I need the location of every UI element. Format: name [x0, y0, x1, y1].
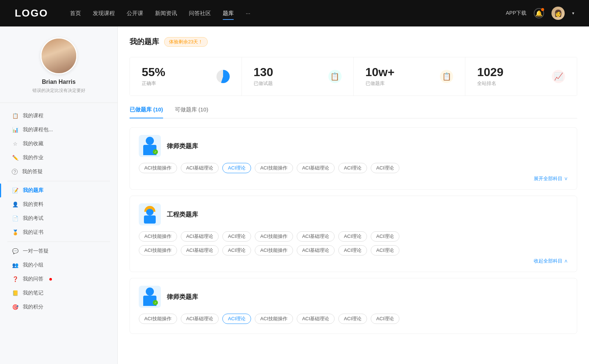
eng-tag-5[interactable]: ACI理论 — [338, 231, 367, 242]
tag-3[interactable]: ACI技能操作 — [255, 163, 293, 173]
sidebar-item-certificate[interactable]: 🏅 我的证书 — [0, 225, 117, 239]
stat-banks-done: 10w+ 已做题库 📋 — [354, 57, 466, 96]
tag-4[interactable]: ACI基础理论 — [297, 163, 335, 173]
sidebar-item-exam[interactable]: 📄 我的考试 — [0, 211, 117, 225]
chart-icon: 📊 — [12, 126, 18, 133]
bank-card-lawyer-2: ✓ 律师类题库 ACI技能操作 ACI基础理论 ACI理论 ACI技能操作 AC… — [130, 278, 577, 334]
eng-tag2-0[interactable]: ACI技能操作 — [139, 245, 177, 256]
eng-tag-6[interactable]: ACI理论 — [371, 231, 399, 242]
stat-accuracy-value: 55% — [142, 66, 212, 78]
bank-card-engineer-header: 工程类题库 — [139, 203, 568, 225]
bank-card-lawyer-1-header: ✓ 律师类题库 — [139, 135, 568, 157]
app-download-link[interactable]: APP下载 — [506, 10, 526, 17]
eng-tag2-4[interactable]: ACI基础理论 — [297, 245, 335, 256]
book-icon: 📋 — [12, 113, 18, 119]
sidebar-item-question-bank[interactable]: 📝 我的题库 — [0, 183, 117, 197]
eng-tag2-1[interactable]: ACI基础理论 — [181, 245, 219, 256]
group-icon: 👥 — [12, 262, 18, 268]
tab-done-banks[interactable]: 已做题库 (10) — [130, 106, 163, 118]
lawyer-badge: ✓ — [153, 149, 158, 154]
tag-6[interactable]: ACI理论 — [371, 163, 399, 173]
l2-tag-3[interactable]: ACI技能操作 — [255, 314, 293, 324]
page-header: 我的题库 体验剩余23天！ — [130, 37, 577, 47]
top-navigation: LOGO 首页 发现课程 公开课 新闻资讯 问答社区 题库 ··· APP下载 … — [0, 0, 589, 26]
tag-1[interactable]: ACI基础理论 — [181, 163, 219, 173]
sidebar-item-points[interactable]: 🎯 我的积分 — [0, 300, 117, 314]
profile-avatar[interactable] — [40, 38, 77, 74]
l2-tag-5[interactable]: ACI理论 — [338, 314, 367, 324]
bank-card-lawyer-2-header: ✓ 律师类题库 — [139, 286, 568, 308]
sidebar-item-my-course[interactable]: 📋 我的课程 — [0, 109, 117, 123]
sidebar-item-favorites[interactable]: ☆ 我的收藏 — [0, 137, 117, 151]
logo: LOGO — [15, 7, 48, 19]
tag-2-active[interactable]: ACI理论 — [222, 163, 251, 173]
stat-questions-done: 130 已做试题 📋 — [242, 57, 354, 96]
eng-tag2-6[interactable]: ACI理论 — [371, 245, 399, 256]
notes-icon-symbol: 📋 — [330, 72, 339, 81]
unread-dot — [49, 278, 52, 281]
ranking-icon: 📈 — [552, 70, 565, 83]
sidebar-item-profile[interactable]: 👤 我的资料 — [0, 197, 117, 211]
bank-card-engineer: 工程类题库 ACI技能操作 ACI基础理论 ACI理论 ACI技能操作 ACI基… — [130, 196, 577, 272]
sidebar-item-questions[interactable]: ❓ 我的问答 — [0, 272, 117, 286]
user-avatar-nav[interactable]: 👩 — [551, 7, 565, 20]
notification-dot — [541, 8, 544, 11]
stat-ranking-value: 1029 — [477, 66, 547, 78]
sidebar-item-my-qa[interactable]: ? 我的答疑 — [0, 165, 117, 179]
nav-open-course[interactable]: 公开课 — [127, 8, 143, 18]
notification-bell[interactable]: 🔔 — [534, 8, 544, 18]
sidebar-item-notes[interactable]: 📒 我的笔记 — [0, 286, 117, 300]
l2-tag-1[interactable]: ACI基础理论 — [181, 314, 219, 324]
nav-qa[interactable]: 问答社区 — [189, 8, 211, 18]
eng-tag-4[interactable]: ACI基础理论 — [297, 231, 335, 242]
stat-ranking-text: 1029 全站排名 — [477, 66, 547, 87]
person-icon: 👤 — [12, 201, 18, 208]
eng-tag-0[interactable]: ACI技能操作 — [139, 231, 177, 242]
bank-tags-engineer-row1: ACI技能操作 ACI基础理论 ACI理论 ACI技能操作 ACI基础理论 AC… — [139, 231, 568, 242]
chat-icon: 💬 — [12, 248, 18, 254]
expand-link-1[interactable]: 展开全部科目 ∨ — [139, 175, 568, 182]
sidebar-item-group[interactable]: 👥 我的小组 — [0, 258, 117, 272]
sidebar-item-homework[interactable]: ✏️ 我的作业 — [0, 151, 117, 165]
collapse-link-engineer[interactable]: 收起全部科目 ∧ — [139, 258, 568, 264]
nav-home[interactable]: 首页 — [70, 8, 81, 18]
eng-tag2-2[interactable]: ACI理论 — [222, 245, 251, 256]
nav-question-bank[interactable]: 题库 — [223, 8, 234, 18]
avatar-image — [42, 39, 76, 73]
page-title: 我的题库 — [130, 37, 159, 47]
stat-questions-done-value: 130 — [254, 66, 324, 78]
questions-done-icon: 📋 — [328, 70, 342, 83]
eng-tag-1[interactable]: ACI基础理论 — [181, 231, 219, 242]
bank-stats-icon-symbol: 📋 — [442, 72, 451, 81]
bank-icon: 📝 — [12, 187, 18, 194]
sidebar-profile: Brian Harris 错误的决定比没有决定要好 — [0, 38, 117, 103]
eng-tag-2[interactable]: ACI理论 — [222, 231, 251, 242]
l2-tag-6[interactable]: ACI理论 — [371, 314, 399, 324]
eng-tag2-5[interactable]: ACI理论 — [338, 245, 367, 256]
l2-tag-0[interactable]: ACI技能操作 — [139, 314, 177, 324]
tag-0[interactable]: ACI技能操作 — [139, 163, 177, 173]
nav-news[interactable]: 新闻资讯 — [155, 8, 177, 18]
sidebar: Brian Harris 错误的决定比没有决定要好 📋 我的课程 📊 我的课程包… — [0, 26, 118, 364]
nav-more[interactable]: ··· — [246, 8, 250, 18]
l2-tag-2-active[interactable]: ACI理论 — [222, 314, 251, 324]
l2-tag-4[interactable]: ACI基础理论 — [297, 314, 335, 324]
nav-links: 首页 发现课程 公开课 新闻资讯 问答社区 题库 ··· — [70, 8, 491, 18]
stat-questions-done-text: 130 已做试题 — [254, 66, 324, 87]
nav-discover[interactable]: 发现课程 — [93, 8, 115, 18]
tab-available-banks[interactable]: 可做题库 (10) — [175, 106, 208, 118]
eng-tag2-3[interactable]: ACI技能操作 — [255, 245, 293, 256]
lawyer-head — [146, 137, 154, 145]
sidebar-item-one-on-one[interactable]: 💬 一对一答疑 — [0, 244, 117, 258]
avatar-image: 👩 — [551, 7, 565, 20]
user-menu-chevron[interactable]: ▾ — [572, 11, 574, 16]
stat-accuracy: 55% 正确率 — [130, 57, 242, 96]
bank-tags-engineer-row2: ACI技能操作 ACI基础理论 ACI理论 ACI技能操作 ACI基础理论 AC… — [139, 245, 568, 256]
eng-tag-3[interactable]: ACI技能操作 — [255, 231, 293, 242]
note-icon: 📒 — [12, 290, 18, 296]
sidebar-item-course-package[interactable]: 📊 我的课程包... — [0, 123, 117, 137]
sidebar-menu: 📋 我的课程 📊 我的课程包... ☆ 我的收藏 ✏️ 我的作业 ? 我的答疑 … — [0, 103, 117, 320]
tabs-row: 已做题库 (10) 可做题库 (10) — [130, 106, 577, 118]
tag-5[interactable]: ACI理论 — [338, 163, 367, 173]
bank-card-lawyer-1: ✓ 律师类题库 ACI技能操作 ACI基础理论 ACI理论 ACI技能操作 AC… — [130, 127, 577, 190]
